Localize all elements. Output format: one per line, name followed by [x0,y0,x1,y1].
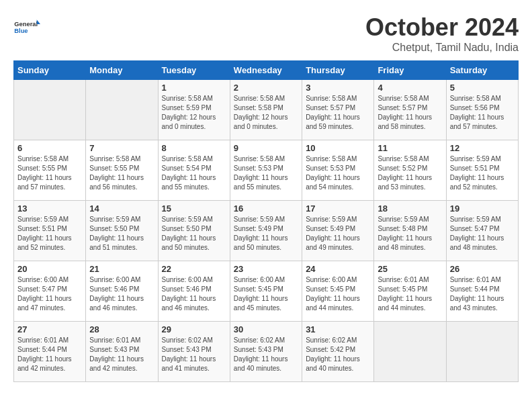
cell-1-1 [14,80,86,140]
day-number: 10 [306,143,370,153]
day-number: 15 [162,203,226,214]
cell-4-6: 25Sunrise: 6:01 AMSunset: 5:45 PMDayligh… [374,261,446,322]
day-number: 16 [234,203,298,214]
day-info: Sunrise: 6:01 AMSunset: 5:43 PMDaylight:… [89,336,154,373]
day-info: Sunrise: 5:59 AMSunset: 5:50 PMDaylight:… [162,215,226,253]
day-number: 12 [450,143,515,153]
day-info: Sunrise: 6:02 AMSunset: 5:42 PMDaylight:… [306,336,370,373]
cell-5-1: 27Sunrise: 6:01 AMSunset: 5:44 PMDayligh… [14,322,86,382]
day-number: 5 [450,83,515,93]
day-number: 27 [17,324,82,334]
day-number: 3 [306,83,370,93]
day-info: Sunrise: 6:02 AMSunset: 5:43 PMDaylight:… [162,336,226,373]
day-info: Sunrise: 6:01 AMSunset: 5:45 PMDaylight:… [378,275,442,313]
col-header-monday: Monday [86,61,158,80]
cell-1-5: 3Sunrise: 5:58 AMSunset: 5:57 PMDaylight… [302,80,374,140]
cell-3-6: 18Sunrise: 5:59 AMSunset: 5:48 PMDayligh… [374,201,446,261]
cell-5-4: 30Sunrise: 6:02 AMSunset: 5:43 PMDayligh… [230,322,302,382]
day-number: 23 [234,264,298,274]
day-number: 1 [162,83,226,93]
col-header-thursday: Thursday [302,61,374,80]
week-row-1: 1Sunrise: 5:58 AMSunset: 5:59 PMDaylight… [14,80,519,140]
week-row-4: 20Sunrise: 6:00 AMSunset: 5:47 PMDayligh… [14,261,519,322]
col-header-friday: Friday [374,61,446,80]
cell-4-1: 20Sunrise: 6:00 AMSunset: 5:47 PMDayligh… [14,261,86,322]
day-number: 14 [89,203,154,214]
cell-5-3: 29Sunrise: 6:02 AMSunset: 5:43 PMDayligh… [158,322,230,382]
logo: General Blue [13,13,40,40]
cell-2-1: 6Sunrise: 5:58 AMSunset: 5:55 PMDaylight… [14,140,86,201]
cell-2-4: 9Sunrise: 5:58 AMSunset: 5:53 PMDaylight… [230,140,302,201]
day-number: 25 [378,264,442,274]
page-header: General Blue October 2024 Chetput, Tamil… [13,13,519,54]
cell-3-4: 16Sunrise: 5:59 AMSunset: 5:49 PMDayligh… [230,201,302,261]
day-info: Sunrise: 5:59 AMSunset: 5:51 PMDaylight:… [450,154,515,192]
day-number: 2 [234,83,298,93]
day-info: Sunrise: 5:59 AMSunset: 5:49 PMDaylight:… [306,215,370,253]
cell-3-5: 17Sunrise: 5:59 AMSunset: 5:49 PMDayligh… [302,201,374,261]
day-info: Sunrise: 5:59 AMSunset: 5:48 PMDaylight:… [378,215,442,253]
col-header-wednesday: Wednesday [230,61,302,80]
cell-4-5: 24Sunrise: 6:00 AMSunset: 5:45 PMDayligh… [302,261,374,322]
logo-svg: General Blue [13,13,40,40]
cell-4-7: 26Sunrise: 6:01 AMSunset: 5:44 PMDayligh… [446,261,518,322]
cell-1-6: 4Sunrise: 5:58 AMSunset: 5:57 PMDaylight… [374,80,446,140]
day-info: Sunrise: 5:58 AMSunset: 5:57 PMDaylight:… [378,94,442,132]
title-block: October 2024 Chetput, Tamil Nadu, India [365,13,519,54]
svg-text:General: General [14,21,38,28]
cell-2-6: 11Sunrise: 5:58 AMSunset: 5:52 PMDayligh… [374,140,446,201]
day-number: 19 [450,203,515,214]
cell-5-2: 28Sunrise: 6:01 AMSunset: 5:43 PMDayligh… [86,322,158,382]
cell-2-7: 12Sunrise: 5:59 AMSunset: 5:51 PMDayligh… [446,140,518,201]
cell-1-3: 1Sunrise: 5:58 AMSunset: 5:59 PMDaylight… [158,80,230,140]
day-number: 9 [234,143,298,153]
day-number: 28 [89,324,154,334]
cell-4-3: 22Sunrise: 6:00 AMSunset: 5:46 PMDayligh… [158,261,230,322]
day-number: 21 [89,264,154,274]
col-header-tuesday: Tuesday [158,61,230,80]
day-number: 31 [306,324,370,334]
cell-2-5: 10Sunrise: 5:58 AMSunset: 5:53 PMDayligh… [302,140,374,201]
day-info: Sunrise: 5:58 AMSunset: 5:52 PMDaylight:… [378,154,442,192]
week-row-5: 27Sunrise: 6:01 AMSunset: 5:44 PMDayligh… [14,322,519,382]
day-number: 20 [17,264,82,274]
day-info: Sunrise: 5:58 AMSunset: 5:53 PMDaylight:… [234,154,298,192]
day-number: 13 [17,203,82,214]
day-number: 8 [162,143,226,153]
cell-2-3: 8Sunrise: 5:58 AMSunset: 5:54 PMDaylight… [158,140,230,201]
day-info: Sunrise: 5:59 AMSunset: 5:47 PMDaylight:… [450,215,515,253]
day-number: 18 [378,203,442,214]
day-info: Sunrise: 6:00 AMSunset: 5:45 PMDaylight:… [306,275,370,313]
day-info: Sunrise: 6:00 AMSunset: 5:45 PMDaylight:… [234,275,298,313]
day-number: 22 [162,264,226,274]
day-info: Sunrise: 5:58 AMSunset: 5:54 PMDaylight:… [162,154,226,192]
month-title: October 2024 [365,13,519,42]
col-header-sunday: Sunday [14,61,86,80]
week-row-2: 6Sunrise: 5:58 AMSunset: 5:55 PMDaylight… [14,140,519,201]
cell-4-4: 23Sunrise: 6:00 AMSunset: 5:45 PMDayligh… [230,261,302,322]
cell-3-2: 14Sunrise: 5:59 AMSunset: 5:50 PMDayligh… [86,201,158,261]
day-info: Sunrise: 6:01 AMSunset: 5:44 PMDaylight:… [17,336,82,373]
day-info: Sunrise: 5:59 AMSunset: 5:51 PMDaylight:… [17,215,82,253]
day-info: Sunrise: 5:58 AMSunset: 5:55 PMDaylight:… [89,154,154,192]
day-number: 17 [306,203,370,214]
day-info: Sunrise: 6:00 AMSunset: 5:47 PMDaylight:… [17,275,82,313]
day-number: 6 [17,143,82,153]
location: Chetput, Tamil Nadu, India [365,42,519,54]
day-info: Sunrise: 5:58 AMSunset: 5:57 PMDaylight:… [306,94,370,132]
day-info: Sunrise: 6:00 AMSunset: 5:46 PMDaylight:… [89,275,154,313]
cell-1-4: 2Sunrise: 5:58 AMSunset: 5:58 PMDaylight… [230,80,302,140]
day-number: 30 [234,324,298,334]
day-info: Sunrise: 5:58 AMSunset: 5:53 PMDaylight:… [306,154,370,192]
day-number: 7 [89,143,154,153]
cell-1-7: 5Sunrise: 5:58 AMSunset: 5:56 PMDaylight… [446,80,518,140]
day-info: Sunrise: 5:58 AMSunset: 5:56 PMDaylight:… [450,94,515,132]
day-number: 29 [162,324,226,334]
day-info: Sunrise: 6:00 AMSunset: 5:46 PMDaylight:… [162,275,226,313]
header-row: SundayMondayTuesdayWednesdayThursdayFrid… [14,61,519,80]
day-info: Sunrise: 5:58 AMSunset: 5:58 PMDaylight:… [234,94,298,132]
cell-3-7: 19Sunrise: 5:59 AMSunset: 5:47 PMDayligh… [446,201,518,261]
day-info: Sunrise: 6:01 AMSunset: 5:44 PMDaylight:… [450,275,515,313]
cell-1-2 [86,80,158,140]
cell-4-2: 21Sunrise: 6:00 AMSunset: 5:46 PMDayligh… [86,261,158,322]
